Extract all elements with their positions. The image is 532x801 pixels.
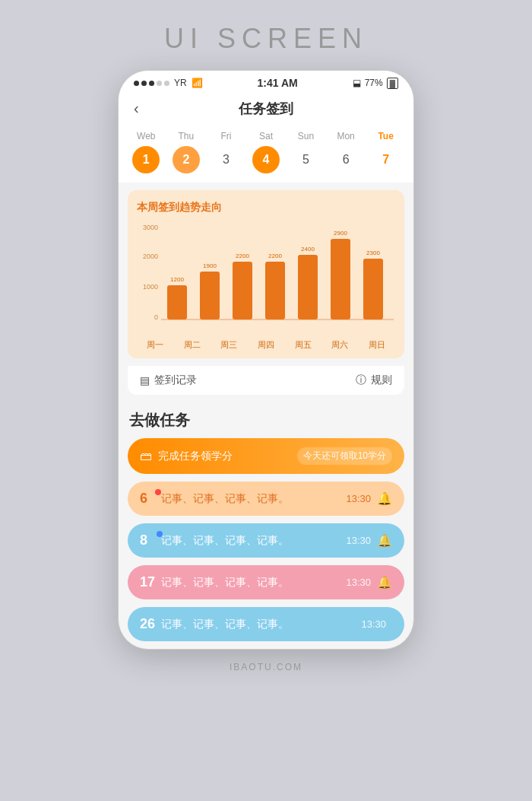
nav-header: ‹ 任务签到 [119, 92, 413, 125]
task-num-26: 26 [140, 616, 161, 632]
phone-frame: YR 📶 1:41 AM ⬓ 77% ▓ ‹ 任务签到 Web Thu Fri … [118, 70, 414, 650]
signin-controls: ▤ 签到记录 ⓘ 规则 [128, 366, 404, 395]
record-icon: ▤ [140, 374, 150, 386]
task-time-26: 13:30 [361, 618, 386, 630]
task-time-6: 13:30 [346, 493, 371, 504]
task-dot-red-6 [155, 489, 161, 495]
task-section: 去做任务 🗃 完成任务领学分 今天还可领取10学分 6 记事、记事、记事、记事。… [119, 402, 413, 641]
battery-label: 77% [365, 78, 383, 88]
chart-label-2: 周二 [184, 339, 201, 351]
task-bell-icon-8: 🔔 [377, 533, 392, 548]
svg-text:3000: 3000 [143, 224, 158, 231]
chart-x-labels: 周一 周二 周三 周四 周五 周六 周日 [137, 339, 395, 351]
signin-rules-button[interactable]: ⓘ 规则 [356, 373, 392, 387]
svg-text:2300: 2300 [366, 250, 380, 256]
week-day-labels: Web Thu Fri Sat Sun Mon Tue [126, 131, 406, 141]
rules-icon: ⓘ [356, 373, 366, 387]
bar-2 [200, 272, 220, 319]
bar-4 [265, 262, 285, 319]
day-label-thu: Thu [169, 131, 204, 141]
signal-dot-5 [164, 81, 169, 86]
svg-text:2200: 2200 [268, 253, 282, 259]
task-text-17: 记事、记事、记事、记事。 [161, 576, 346, 590]
svg-text:2000: 2000 [143, 253, 158, 260]
chart-label-3: 周三 [220, 339, 237, 351]
bar-1 [167, 285, 187, 319]
day-label-sat: Sat [249, 131, 283, 141]
chart-label-4: 周四 [258, 339, 274, 351]
date-cell-2[interactable]: 2 [169, 146, 204, 173]
bar-6 [331, 239, 350, 319]
date-cell-7[interactable]: 7 [369, 146, 404, 173]
ui-screen-label: UI SCREEN [164, 23, 368, 55]
task-bell-icon-17: 🔔 [377, 575, 392, 590]
bar-3 [233, 262, 252, 319]
battery-icon: ▓ [387, 78, 398, 89]
day-label-sun: Sun [289, 131, 324, 141]
date-cell-6[interactable]: 6 [328, 146, 363, 173]
svg-text:2900: 2900 [334, 230, 347, 237]
page-title: 任务签到 [239, 100, 293, 118]
task-complete-text: 完成任务领学分 [158, 450, 297, 463]
task-text-26: 记事、记事、记事、记事。 [161, 618, 361, 631]
chart-label-1: 周一 [147, 339, 163, 351]
day-label-mon: Mon [328, 131, 363, 141]
chart-label-6: 周六 [331, 339, 348, 351]
task-text-8: 记事、记事、记事、记事。 [161, 534, 346, 548]
task-db-icon: 🗃 [140, 450, 152, 463]
date-cell-1[interactable]: 1 [128, 146, 163, 173]
week-date-numbers: 1 2 3 4 5 6 7 [126, 146, 406, 173]
chart-label-7: 周日 [369, 339, 385, 351]
signal-dot-4 [157, 81, 162, 86]
date-cell-5[interactable]: 5 [289, 146, 324, 173]
signal-dot-2 [141, 81, 147, 86]
week-calendar: Web Thu Fri Sat Sun Mon Tue 1 2 3 4 5 [119, 125, 413, 183]
task-item-complete[interactable]: 🗃 完成任务领学分 今天还可领取10学分 [128, 438, 404, 474]
task-item-8[interactable]: 8 记事、记事、记事、记事。 13:30 🔔 [128, 523, 404, 558]
outer-wrapper: UI SCREEN YR 📶 1:41 AM ⬓ 77% ▓ ‹ 任务签到 [0, 0, 532, 801]
task-item-6[interactable]: 6 记事、记事、记事、记事。 13:30 🔔 [128, 482, 404, 516]
chart-label-5: 周五 [295, 339, 312, 351]
status-right: ⬓ 77% ▓ [353, 78, 398, 89]
svg-text:2200: 2200 [236, 253, 249, 259]
signal-dot-3 [149, 81, 154, 86]
time-display: 1:41 AM [258, 77, 298, 89]
status-left: YR 📶 [134, 78, 203, 88]
task-dot-blue-8 [157, 531, 163, 537]
date-badge-1: 1 [132, 146, 160, 173]
status-bar: YR 📶 1:41 AM ⬓ 77% ▓ [119, 71, 413, 92]
task-time-17: 13:30 [346, 577, 371, 588]
wifi-icon: 📶 [192, 78, 203, 88]
chart-section: 本周签到趋势走向 3000 2000 1000 0 1200 1900 [128, 190, 404, 358]
svg-text:1900: 1900 [203, 262, 217, 269]
task-section-title: 去做任务 [128, 410, 404, 431]
chart-area: 3000 2000 1000 0 1200 1900 2200 [137, 222, 395, 336]
task-credit-badge: 今天还可领取10学分 [297, 447, 392, 465]
signal-dot-1 [134, 81, 139, 86]
chart-title: 本周签到趋势走向 [137, 201, 395, 215]
task-time-8: 13:30 [346, 535, 371, 546]
task-item-17[interactable]: 17 记事、记事、记事、记事。 13:30 🔔 [128, 565, 404, 599]
svg-text:1200: 1200 [170, 276, 184, 283]
rules-label: 规则 [371, 373, 392, 387]
carrier-label: YR [174, 78, 187, 88]
task-bell-icon-6: 🔔 [377, 491, 392, 506]
date-badge-4: 4 [252, 146, 280, 173]
back-button[interactable]: ‹ [134, 100, 157, 117]
task-text-6: 记事、记事、记事、记事。 [161, 492, 346, 506]
bar-7 [363, 259, 383, 319]
date-badge-2: 2 [173, 146, 200, 173]
bottom-label: IBAOTU.COM [230, 662, 302, 672]
svg-text:1000: 1000 [143, 283, 158, 291]
bar-chart-svg: 3000 2000 1000 0 1200 1900 2200 [137, 222, 395, 336]
bar-5 [298, 255, 318, 319]
date-cell-4[interactable]: 4 [249, 146, 283, 173]
task-item-26[interactable]: 26 记事、记事、记事、记事。 13:30 [128, 607, 404, 641]
svg-text:0: 0 [154, 313, 158, 321]
record-label: 签到记录 [154, 373, 197, 387]
bluetooth-icon: ⬓ [353, 78, 361, 88]
date-cell-3[interactable]: 3 [208, 146, 243, 173]
svg-text:2400: 2400 [301, 246, 315, 253]
day-label-wed: Web [128, 131, 163, 141]
signin-record-button[interactable]: ▤ 签到记录 [140, 373, 197, 387]
